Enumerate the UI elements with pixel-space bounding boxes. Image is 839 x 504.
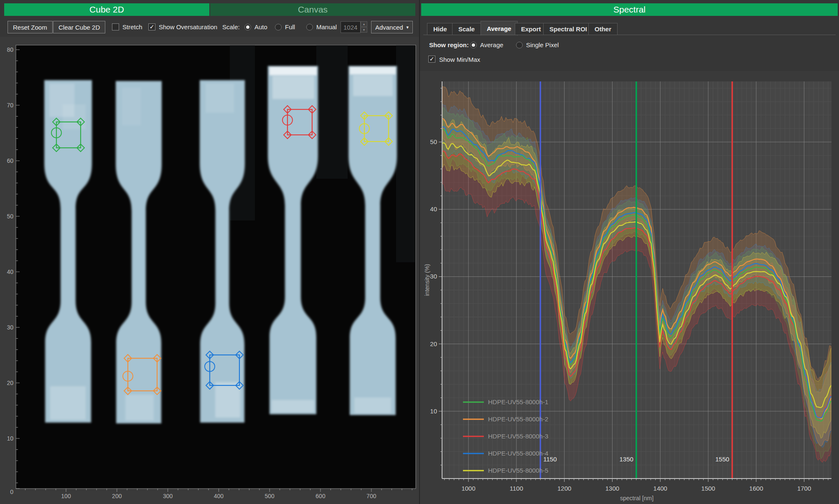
- radio-average[interactable]: [470, 42, 477, 48]
- radio-auto[interactable]: [244, 24, 251, 30]
- svg-text:500: 500: [265, 493, 275, 499]
- tab-hide[interactable]: Hide: [427, 23, 453, 35]
- svg-text:1700: 1700: [797, 485, 811, 492]
- radio-label-average: Average: [480, 41, 503, 48]
- stretch-label: Stretch: [122, 23, 142, 30]
- reset-zoom-button[interactable]: Reset Zoom: [8, 21, 53, 33]
- svg-text:1600: 1600: [749, 485, 763, 492]
- svg-text:40: 40: [7, 268, 13, 275]
- svg-text:1500: 1500: [701, 485, 715, 492]
- tab-export[interactable]: Export: [515, 23, 547, 35]
- radio-label-single-pixel: Single Pixel: [526, 41, 559, 48]
- svg-text:80: 80: [7, 46, 13, 53]
- chevron-down-icon: ▾: [407, 25, 409, 30]
- tab-scale[interactable]: Scale: [452, 23, 481, 35]
- show-region-label: Show region:: [429, 41, 469, 48]
- radio-single-pixel[interactable]: [516, 42, 523, 48]
- marker-label-1550: 1550: [715, 456, 729, 463]
- show-oversaturation-checkbox[interactable]: ✓: [148, 23, 155, 30]
- show-minmax-checkbox[interactable]: ✓: [428, 56, 435, 63]
- background-streak: [396, 45, 415, 262]
- svg-text:1400: 1400: [653, 485, 667, 492]
- stretch-checkbox[interactable]: [112, 23, 119, 30]
- radio-label-full: Full: [285, 23, 295, 30]
- svg-text:20: 20: [430, 340, 437, 347]
- spectral-titlebar: Spectral: [421, 3, 838, 16]
- legend-label-HDPE-UV55-8000h-4: HDPE-UV55-8000h-4: [488, 450, 548, 457]
- radio-label-manual: Manual: [316, 23, 337, 30]
- clear-cube2d-button[interactable]: Clear Cube 2D: [53, 21, 105, 33]
- advanced-dropdown-button[interactable]: Advanced ▾: [371, 21, 413, 33]
- svg-text:1200: 1200: [557, 485, 571, 492]
- tab-canvas[interactable]: Canvas: [210, 3, 415, 16]
- svg-text:0: 0: [10, 489, 13, 495]
- x-axis-title: spectral [nm]: [620, 495, 653, 501]
- legend-label-HDPE-UV55-8000h-1: HDPE-UV55-8000h-1: [488, 398, 548, 405]
- legend-label-HDPE-UV55-8000h-3: HDPE-UV55-8000h-3: [488, 433, 548, 440]
- stepper-up-icon[interactable]: ▴: [361, 21, 367, 27]
- svg-text:600: 600: [315, 493, 325, 499]
- svg-text:60: 60: [7, 157, 13, 164]
- manual-scale-stepper: ▴ ▾: [361, 21, 367, 33]
- tab-other[interactable]: Other: [588, 23, 618, 35]
- application-window: Cube 2DCanvas Reset Zoom Clear Cube 2D S…: [0, 0, 839, 504]
- radio-label-auto: Auto: [254, 23, 267, 30]
- spectral-chart[interactable]: 1150135015501000110012001300140015001600…: [420, 71, 839, 504]
- manual-scale-input[interactable]: [341, 21, 361, 33]
- background-streak: [316, 45, 348, 179]
- advanced-label: Advanced: [375, 24, 403, 31]
- svg-text:1000: 1000: [461, 485, 475, 492]
- svg-text:1300: 1300: [605, 485, 619, 492]
- svg-text:50: 50: [7, 213, 13, 220]
- cube2d-toolbar: Reset Zoom Clear Cube 2D Stretch ✓ Show …: [0, 19, 419, 36]
- svg-text:400: 400: [214, 493, 224, 499]
- radio-full[interactable]: [275, 24, 282, 30]
- tab-average[interactable]: Average: [481, 21, 518, 35]
- svg-text:30: 30: [430, 273, 437, 280]
- stepper-down-icon[interactable]: ▾: [361, 27, 367, 33]
- svg-text:10: 10: [430, 408, 437, 415]
- show-minmax-label: Show Min/Max: [439, 56, 480, 63]
- radio-manual[interactable]: [306, 24, 313, 30]
- svg-text:70: 70: [7, 102, 13, 109]
- svg-text:50: 50: [430, 138, 437, 145]
- svg-text:300: 300: [163, 493, 173, 499]
- tabbar-divider: [423, 35, 836, 35]
- cube2d-image-view[interactable]: 01020304050607080100200300400500600700: [0, 37, 419, 504]
- scale-label: Scale:: [222, 23, 240, 30]
- svg-text:100: 100: [61, 493, 71, 499]
- svg-text:700: 700: [366, 493, 376, 499]
- svg-text:30: 30: [7, 324, 13, 331]
- show-oversaturation-label: Show Oversaturation: [159, 23, 217, 30]
- y-axis-title: intensity (%): [424, 264, 430, 296]
- svg-text:20: 20: [7, 380, 13, 386]
- spectral-panel: Spectral HideScaleAverageExportSpectral …: [420, 0, 839, 504]
- tab-cube-2d[interactable]: Cube 2D: [4, 3, 209, 16]
- svg-text:40: 40: [430, 205, 437, 213]
- tab-spectral-roi[interactable]: Spectral ROI: [543, 23, 593, 35]
- legend-label-HDPE-UV55-8000h-5: HDPE-UV55-8000h-5: [488, 467, 548, 474]
- svg-text:10: 10: [7, 435, 13, 442]
- marker-label-1350: 1350: [619, 456, 633, 463]
- svg-text:200: 200: [112, 493, 122, 499]
- cube2d-panel: Cube 2DCanvas Reset Zoom Clear Cube 2D S…: [0, 0, 419, 504]
- legend-label-HDPE-UV55-8000h-2: HDPE-UV55-8000h-2: [488, 415, 548, 423]
- svg-text:1100: 1100: [510, 485, 523, 492]
